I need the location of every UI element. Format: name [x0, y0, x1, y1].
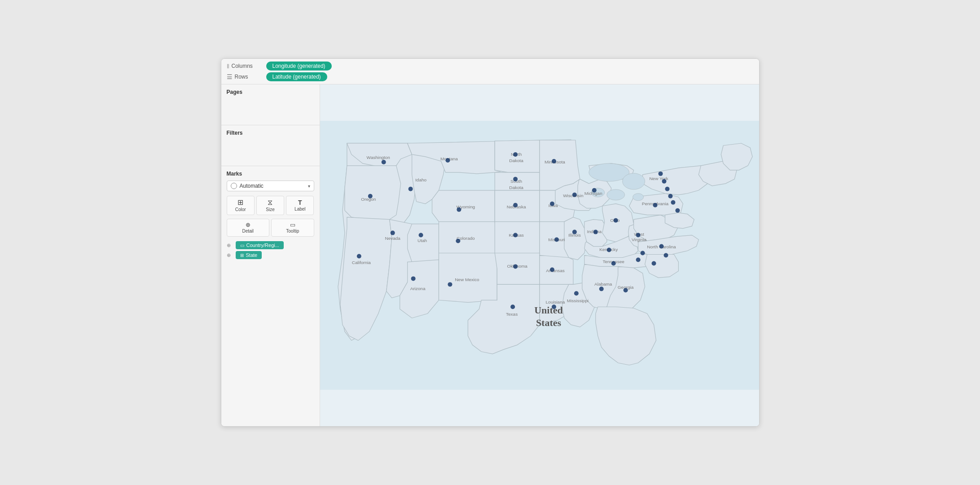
dot-indiana[interactable]: [593, 230, 598, 234]
country-pill-icon: ▭: [240, 243, 244, 248]
dot-alabama[interactable]: [599, 287, 603, 291]
state-pill-icon: ⊞: [240, 253, 244, 258]
pages-title: Pages: [227, 89, 314, 95]
country-pill-label: Country/Regi...: [246, 242, 279, 248]
dot-iowa[interactable]: [549, 202, 554, 206]
dot-idaho[interactable]: [408, 187, 413, 191]
dot-utah[interactable]: [418, 233, 423, 238]
dot-oregon[interactable]: [368, 194, 372, 198]
dot-kansas[interactable]: [513, 233, 518, 238]
filters-content: [227, 139, 314, 161]
dot-northcarolina2[interactable]: [664, 253, 668, 258]
pages-section: Pages: [221, 84, 320, 125]
dot-ohio[interactable]: [613, 218, 618, 223]
map-area: Washington Oregon California Nevada Idah…: [320, 84, 759, 426]
dot-nevada[interactable]: [390, 231, 395, 235]
dot-california[interactable]: [356, 254, 361, 259]
dot-illinois[interactable]: [572, 230, 576, 234]
toolbar: ⦀ Columns Longitude (generated) ☰ Rows L…: [221, 59, 759, 84]
rows-label: ☰ Rows: [227, 73, 263, 80]
detail-row-0: ⊕ ▭ Country/Regi...: [227, 241, 314, 249]
dot-tennessee[interactable]: [611, 261, 615, 265]
dot-nebraska[interactable]: [513, 203, 518, 207]
dot-georgia[interactable]: [623, 288, 628, 292]
dot-texas[interactable]: [510, 304, 515, 309]
label-button[interactable]: T Label: [286, 196, 314, 215]
columns-pill[interactable]: Longitude (generated): [266, 62, 332, 71]
dot-northdakota[interactable]: [513, 152, 518, 157]
dot-kentucky[interactable]: [606, 248, 611, 252]
left-panel: Pages Filters Marks Automatic ▾ ⊞ Color: [221, 84, 320, 426]
dot-newyork[interactable]: [658, 172, 663, 176]
detail-button[interactable]: ⊕ Detail: [227, 219, 270, 237]
dot-arkansas[interactable]: [549, 267, 554, 272]
svg-marker-14: [495, 140, 540, 172]
chevron-down-icon: ▾: [308, 184, 310, 189]
dot-newyork3[interactable]: [665, 187, 669, 191]
svg-marker-22: [540, 256, 573, 285]
marks-type-dropdown[interactable]: Automatic ▾: [227, 181, 314, 191]
dot-northcarolina3[interactable]: [640, 251, 645, 256]
svg-marker-12: [439, 253, 497, 303]
svg-marker-19: [495, 222, 540, 253]
dot-mississippi[interactable]: [574, 291, 578, 295]
marks-type-icon: [231, 183, 237, 189]
dot-missouri[interactable]: [554, 238, 558, 242]
dot-southdakota[interactable]: [513, 177, 518, 181]
svg-marker-9: [407, 224, 439, 265]
dot-minnesota[interactable]: [551, 159, 556, 163]
dot-montana[interactable]: [445, 158, 450, 163]
state-pill[interactable]: ⊞ State: [236, 251, 262, 259]
color-button[interactable]: ⊞ Color: [227, 196, 255, 215]
color-label: Color: [235, 207, 246, 212]
state-pill-label: State: [246, 252, 258, 258]
columns-icon: ⦀: [227, 62, 229, 70]
main-content: Pages Filters Marks Automatic ▾ ⊞ Color: [221, 84, 759, 426]
svg-marker-16: [540, 140, 580, 190]
dot-newmexico[interactable]: [448, 282, 452, 287]
size-label: Size: [266, 207, 274, 212]
dot-arizona[interactable]: [411, 276, 415, 281]
tooltip-button[interactable]: ▭ Tooltip: [271, 219, 314, 237]
map-svg: Washington Oregon California Nevada Idah…: [320, 84, 759, 426]
columns-text: Columns: [232, 63, 253, 69]
tooltip-label: Tooltip: [286, 229, 299, 234]
marks-section: Marks Automatic ▾ ⊞ Color ⧖ Size: [221, 166, 320, 426]
label-icon: T: [298, 199, 302, 206]
dot-northcarolina4[interactable]: [636, 257, 640, 262]
filters-section: Filters: [221, 125, 320, 166]
dot-northcarolina[interactable]: [659, 244, 664, 249]
dot-pennsylvania[interactable]: [653, 203, 657, 207]
detail-pills: ⊕ ▭ Country/Regi... ⊕ ⊞ State: [227, 241, 314, 259]
rows-pill[interactable]: Latitude (generated): [266, 72, 327, 81]
columns-label: ⦀ Columns: [227, 62, 263, 70]
dot-wv[interactable]: [636, 233, 640, 238]
detail-row-1-icon: ⊕: [227, 252, 233, 258]
dot-oklahoma[interactable]: [513, 264, 518, 269]
dot-southcarolina[interactable]: [651, 261, 656, 265]
dot-newyork2[interactable]: [662, 179, 666, 184]
rows-icon: ☰: [227, 73, 233, 80]
dot-newyork4[interactable]: [668, 194, 672, 198]
dot-wyoming[interactable]: [457, 207, 461, 212]
rows-text: Rows: [235, 74, 248, 80]
marks-buttons-grid: ⊞ Color ⧖ Size T Label: [227, 196, 314, 215]
detail-row-1: ⊕ ⊞ State: [227, 251, 314, 259]
svg-marker-10: [439, 222, 497, 253]
dot-newyork5[interactable]: [671, 200, 675, 205]
country-label2: States: [536, 317, 561, 328]
dot-va[interactable]: [675, 208, 680, 213]
detail-label: Detail: [242, 229, 254, 234]
dot-colorado[interactable]: [456, 239, 460, 243]
dot-michigan[interactable]: [592, 188, 596, 193]
dot-wisconsin[interactable]: [572, 193, 576, 197]
marks-buttons-grid-2: ⊕ Detail ▭ Tooltip: [227, 219, 314, 237]
size-button[interactable]: ⧖ Size: [256, 196, 284, 215]
marks-type-text: Automatic: [240, 183, 305, 189]
dot-louisiana[interactable]: [551, 304, 556, 309]
dot-washington[interactable]: [381, 160, 386, 164]
svg-marker-8: [432, 190, 495, 222]
rows-row: ☰ Rows Latitude (generated): [227, 72, 754, 81]
country-pill[interactable]: ▭ Country/Regi...: [236, 241, 284, 249]
columns-row: ⦀ Columns Longitude (generated): [227, 62, 754, 71]
